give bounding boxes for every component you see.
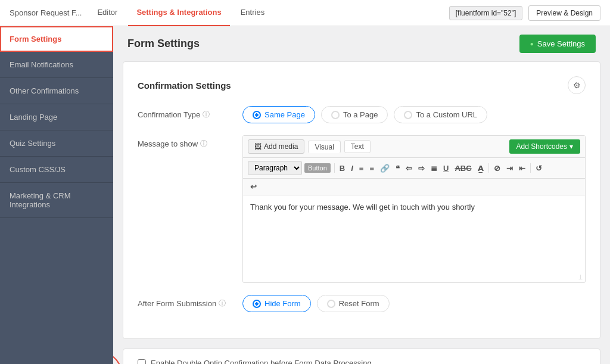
nav-settings-integrations[interactable]: Settings & Integrations [128, 0, 229, 26]
confirmation-type-radio-group: Same Page To a Page To a Custom URL [242, 106, 586, 123]
after-submission-label: After Form Submission ⓘ [138, 295, 233, 309]
confirmation-settings-header: Confirmation Settings ⚙ [138, 76, 586, 94]
double-optin-section: Enable Double Optin Confirmation before … [123, 349, 600, 364]
toolbar-align-right[interactable]: ≣ [428, 163, 440, 174]
sidebar-item-landing-page[interactable]: Landing Page [0, 104, 113, 130]
message-to-show-row: Message to show ⓘ 🖼 Add media Visual [138, 135, 586, 283]
tab-text[interactable]: Text [344, 140, 371, 153]
after-submission-radio-group: Hide Form Reset Form [242, 295, 586, 312]
toolbar-separator-3 [530, 163, 531, 173]
main-layout: Form Settings Email Notifications Other … [0, 26, 610, 364]
radio-reset-form[interactable]: Reset Form [317, 295, 390, 312]
editor-top-bar: 🖼 Add media Visual Text Add Shortcodes ▾ [243, 136, 585, 158]
radio-hide-form[interactable]: Hide Form [242, 295, 311, 312]
toolbar-text-color[interactable]: A̲ [475, 163, 486, 174]
toolbar-link[interactable]: 🔗 [378, 163, 392, 174]
toolbar-italic[interactable]: I [348, 163, 356, 174]
radio-to-a-page[interactable]: To a Page [321, 106, 388, 123]
top-bar: Sponsor Request F... Editor Settings & I… [0, 0, 610, 26]
preview-design-button[interactable]: Preview & Design [528, 5, 600, 21]
toolbar-separator-2 [488, 163, 489, 173]
message-to-show-label: Message to show ⓘ [138, 135, 233, 149]
after-submission-help-icon[interactable]: ⓘ [219, 298, 226, 309]
sidebar: Form Settings Email Notifications Other … [0, 26, 113, 364]
arrow-indicator [113, 350, 129, 364]
toolbar-align-left[interactable]: ⇦ [403, 163, 415, 174]
nav-entries[interactable]: Entries [232, 0, 273, 26]
radio-same-page[interactable]: Same Page [242, 106, 315, 123]
editor-top-left: 🖼 Add media Visual Text [248, 139, 371, 154]
confirmation-type-options: Same Page To a Page To a Custom URL [242, 106, 586, 123]
toolbar-strikethrough[interactable]: ABC [452, 163, 474, 174]
shortcode-badge[interactable]: [fluentform id="52"] [449, 6, 523, 20]
page-title-short: Sponsor Request F... [10, 8, 82, 17]
after-submission-options: Hide Form Reset Form [242, 295, 586, 312]
confirmation-type-help-icon[interactable]: ⓘ [203, 110, 210, 120]
toolbar-blockquote[interactable]: ❝ [393, 163, 402, 174]
message-editor-area: 🖼 Add media Visual Text Add Shortcodes ▾ [242, 135, 586, 283]
after-form-submission-row: After Form Submission ⓘ Hide Form Reset … [138, 295, 586, 312]
message-help-icon[interactable]: ⓘ [200, 139, 207, 149]
save-settings-button[interactable]: Save Settings [519, 35, 596, 53]
toolbar-outdent[interactable]: ⇤ [516, 163, 528, 174]
wysiwyg-editor: 🖼 Add media Visual Text Add Shortcodes ▾ [242, 135, 586, 283]
radio-dot-same-page [253, 111, 261, 119]
form-settings-title: Form Settings [127, 38, 200, 50]
settings-gear-button[interactable]: ⚙ [568, 76, 586, 94]
toolbar-button-tag[interactable]: Button [304, 163, 331, 173]
sidebar-item-custom-css-js[interactable]: Custom CSS/JS [0, 157, 113, 183]
radio-dot-reset-form [327, 300, 335, 308]
double-optin-checkbox-label[interactable]: Enable Double Optin Confirmation before … [138, 359, 372, 364]
main-content: Form Settings Save Settings Confirmation… [113, 26, 610, 364]
radio-dot-hide-form [253, 300, 261, 308]
toolbar-clear-format[interactable]: ⊘ [491, 163, 503, 174]
toolbar-indent[interactable]: ⇥ [504, 163, 515, 174]
sidebar-item-form-settings[interactable]: Form Settings [0, 26, 113, 52]
main-header: Form Settings Save Settings [113, 26, 610, 61]
double-optin-checkbox[interactable] [138, 359, 146, 365]
toolbar-separator-1 [334, 163, 335, 173]
top-bar-right: [fluentform id="52"] Preview & Design [449, 5, 600, 21]
editor-toolbar: Paragraph Button B I ≡ ≡ 🔗 ❝ ⇦ ⇨ [243, 158, 585, 179]
radio-dot-custom-url [404, 111, 412, 119]
confirmation-type-row: Confirmation Type ⓘ Same Page To a Page [138, 106, 586, 123]
toolbar-unordered-list[interactable]: ≡ [357, 163, 366, 174]
add-media-button[interactable]: 🖼 Add media [248, 139, 304, 154]
sidebar-item-marketing-crm[interactable]: Marketing & CRM Integrations [0, 183, 113, 218]
paragraph-select[interactable]: Paragraph [248, 161, 302, 175]
radio-dot-to-a-page [331, 111, 340, 119]
toolbar-ordered-list[interactable]: ≡ [367, 163, 376, 174]
confirmation-settings-card: Confirmation Settings ⚙ Confirmation Typ… [123, 61, 600, 339]
sidebar-item-other-confirmations[interactable]: Other Confirmations [0, 78, 113, 104]
media-icon: 🖼 [254, 142, 262, 151]
toolbar-underline[interactable]: U [441, 163, 451, 174]
editor-body[interactable]: Thank you for your message. We will get … [243, 195, 585, 273]
toolbar-redo[interactable]: ↩ [248, 181, 259, 192]
toolbar-align-center[interactable]: ⇨ [416, 163, 427, 174]
radio-custom-url[interactable]: To a Custom URL [394, 106, 487, 123]
toolbar-bold[interactable]: B [337, 163, 347, 174]
gear-icon: ⚙ [573, 80, 581, 90]
tab-visual[interactable]: Visual [308, 141, 340, 153]
toolbar-undo[interactable]: ↺ [533, 163, 544, 174]
chevron-down-icon: ▾ [569, 142, 573, 151]
sidebar-item-email-notifications[interactable]: Email Notifications [0, 52, 113, 78]
sidebar-item-quiz-settings[interactable]: Quiz Settings [0, 130, 113, 157]
editor-resize-handle[interactable]: ⟘ [243, 273, 585, 282]
confirmation-type-label: Confirmation Type ⓘ [138, 106, 233, 120]
nav-editor[interactable]: Editor [89, 0, 126, 26]
add-shortcodes-button[interactable]: Add Shortcodes ▾ [509, 139, 580, 154]
